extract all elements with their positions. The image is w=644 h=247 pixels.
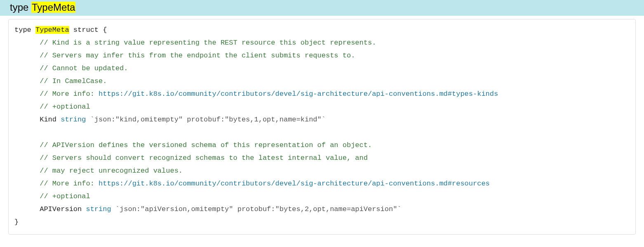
indent	[14, 77, 40, 85]
decl-struct-close: }	[14, 218, 19, 226]
code-content: type TypeMeta struct { // Kind is a stri…	[14, 24, 630, 228]
indent	[14, 205, 40, 213]
indent	[14, 154, 40, 162]
comment-kind-4: // In CamelCase.	[40, 77, 107, 85]
field-kind-type: string	[61, 116, 86, 124]
code-block: type TypeMeta struct { // Kind is a stri…	[8, 19, 636, 235]
field-kind-tag: `json:"kind,omitempty" protobuf:"bytes,1…	[86, 116, 326, 124]
comment-kind-5-prefix: // More info:	[40, 90, 99, 98]
comment-optional-2: // +optional	[40, 192, 90, 200]
indent	[14, 116, 40, 124]
indent	[14, 39, 40, 47]
field-apiv-tag: `json:"apiVersion,omitempty" protobuf:"b…	[111, 205, 402, 213]
field-apiv-name: APIVersion	[40, 205, 86, 213]
field-kind-name: Kind	[40, 116, 61, 124]
comment-apiv-1: // APIVersion defines the versioned sche…	[40, 141, 372, 149]
indent	[14, 90, 40, 98]
comment-optional-1: // +optional	[40, 103, 90, 111]
comment-kind-1: // Kind is a string value representing t…	[40, 39, 376, 47]
indent	[14, 52, 40, 59]
decl-struct-open: struct {	[69, 26, 107, 34]
comment-apiv-3: // may reject unrecognized values.	[40, 167, 183, 175]
decl-type: type	[14, 26, 35, 34]
header-prefix: type	[10, 2, 31, 13]
indent	[14, 167, 40, 175]
comment-kind-2: // Servers may infer this from the endpo…	[40, 52, 355, 59]
indent	[14, 192, 40, 200]
field-apiv-type: string	[86, 205, 111, 213]
decl-type-name: TypeMeta	[35, 26, 69, 34]
comment-apiv-2: // Servers should convert recognized sch…	[40, 154, 368, 162]
indent	[14, 103, 40, 111]
comment-apiv-4-prefix: // More info:	[40, 180, 99, 188]
header-type-name: TypeMeta	[31, 2, 75, 13]
section-header: type TypeMeta	[0, 0, 644, 16]
indent	[14, 141, 40, 149]
link-resources[interactable]: https://git.k8s.io/community/contributor…	[99, 180, 490, 188]
link-types-kinds[interactable]: https://git.k8s.io/community/contributor…	[99, 90, 498, 98]
comment-kind-3: // Cannot be updated.	[40, 64, 128, 72]
indent	[14, 64, 40, 72]
indent	[14, 180, 40, 188]
